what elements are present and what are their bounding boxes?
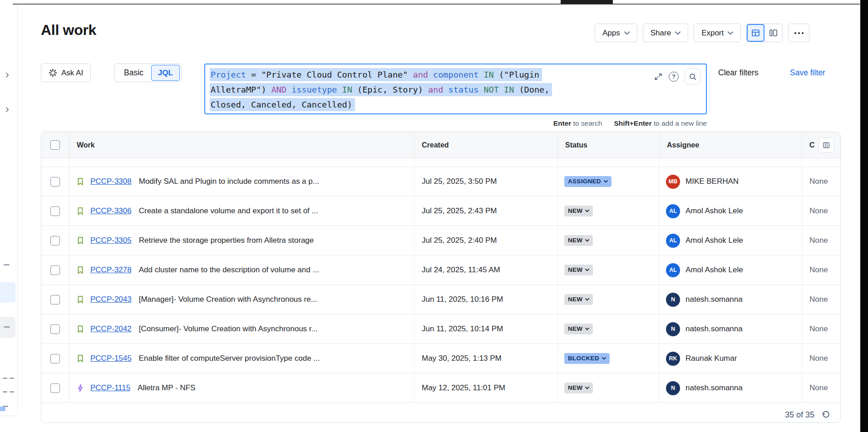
avatar: AL bbox=[666, 263, 680, 277]
table-row[interactable]: PCCP-3306 Create a standalone volume and… bbox=[41, 196, 840, 226]
status-label: NEW bbox=[568, 237, 582, 244]
status-label: NEW bbox=[568, 296, 582, 303]
issue-key-link[interactable]: PCCP-1115 bbox=[90, 383, 130, 393]
jql-query-input[interactable]: Project = "Private Cloud Control Plane" … bbox=[204, 64, 707, 114]
sidebar-item-stub[interactable] bbox=[3, 391, 7, 393]
help-icon[interactable] bbox=[669, 72, 679, 82]
row-checkbox[interactable] bbox=[50, 236, 60, 245]
sidebar-divider bbox=[0, 416, 17, 416]
chevron-down-icon bbox=[585, 387, 589, 389]
refresh-button[interactable] bbox=[821, 410, 830, 420]
issue-summary: [Manager]- Volume Creation with Asynchro… bbox=[139, 295, 317, 304]
table-row[interactable]: PCCP-1545 Enable filter of computeServer… bbox=[41, 344, 840, 373]
assignee-cell: MB MIKE BERHAN bbox=[660, 167, 802, 196]
issue-key-link[interactable]: PCCP-2043 bbox=[90, 295, 132, 304]
table-row[interactable]: PCCP-3278 Add cluster name to the descri… bbox=[41, 255, 840, 285]
chevron-right-icon[interactable] bbox=[6, 73, 9, 78]
page-toolbar: Apps Share Export bbox=[595, 24, 809, 42]
select-all-checkbox[interactable] bbox=[50, 140, 60, 150]
apps-button[interactable]: Apps bbox=[595, 24, 637, 42]
status-badge[interactable]: NEW bbox=[564, 235, 593, 246]
issue-summary: Create a standalone volume and export it… bbox=[139, 206, 318, 216]
created-cell: Jul 25, 2025, 3:50 PM bbox=[414, 167, 558, 196]
issue-summary: Retrieve the storage properties from All… bbox=[139, 236, 314, 245]
sidebar-item-stub[interactable] bbox=[10, 391, 14, 393]
table-row[interactable]: PCCP-3308 Modify SAL and Plugin to inclu… bbox=[41, 167, 840, 196]
sidebar-item-stub[interactable] bbox=[3, 378, 7, 379]
column-header-created[interactable]: Created bbox=[414, 132, 558, 158]
sidebar-item-stub[interactable] bbox=[4, 264, 10, 265]
category-value: None bbox=[809, 383, 828, 393]
columns-icon bbox=[822, 141, 830, 149]
assignee-name: natesh.somanna bbox=[686, 324, 743, 334]
row-checkbox[interactable] bbox=[50, 177, 60, 187]
assignee-cell: AL Amol Ashok Lele bbox=[660, 255, 802, 285]
ask-ai-button[interactable]: Ask AI bbox=[41, 64, 91, 82]
jql-mode-button[interactable]: JQL bbox=[151, 65, 180, 81]
row-count: 35 of 35 bbox=[785, 410, 814, 420]
status-badge[interactable]: NEW bbox=[564, 324, 593, 334]
category-value: None bbox=[809, 236, 828, 245]
row-checkbox[interactable] bbox=[50, 324, 60, 334]
table-row[interactable]: PCCP-1115 Alletra MP - NFS May 12, 2025,… bbox=[41, 373, 840, 403]
row-checkbox[interactable] bbox=[50, 265, 60, 275]
table-row[interactable]: PCCP-2043 [Manager]- Volume Creation wit… bbox=[41, 285, 840, 314]
status-cell: NEW bbox=[558, 285, 660, 314]
chevron-right-icon[interactable] bbox=[6, 107, 9, 112]
sidebar-item-stub[interactable] bbox=[10, 378, 14, 379]
work-cell: PCCP-1545 Enable filter of computeServer… bbox=[69, 344, 414, 373]
expand-icon[interactable] bbox=[654, 72, 663, 81]
status-badge[interactable]: NEW bbox=[564, 265, 593, 275]
row-checkbox-cell bbox=[41, 373, 69, 403]
row-checkbox[interactable] bbox=[50, 383, 60, 393]
configure-columns-button[interactable] bbox=[819, 137, 834, 153]
status-cell: ASSIGNED bbox=[558, 167, 660, 196]
issue-key-link[interactable]: PCCP-3305 bbox=[90, 236, 132, 245]
column-header-assignee[interactable]: Assignee bbox=[660, 132, 802, 158]
column-header-truncated-label[interactable]: C bbox=[809, 141, 815, 149]
status-badge[interactable]: NEW bbox=[564, 206, 593, 216]
issue-key-link[interactable]: PCCP-1545 bbox=[90, 354, 132, 363]
more-actions-button[interactable] bbox=[788, 24, 809, 42]
issue-key-link[interactable]: PCCP-2042 bbox=[90, 324, 132, 334]
split-view-button[interactable] bbox=[764, 24, 782, 42]
hint-enter-key: Enter bbox=[553, 119, 572, 127]
category-value: None bbox=[809, 177, 828, 186]
clear-filters-button[interactable]: Clear filters bbox=[718, 68, 759, 78]
table-row[interactable]: PCCP-3305 Retrieve the storage propertie… bbox=[41, 226, 840, 255]
sidebar-collapsed bbox=[0, 5, 18, 411]
issue-key-link[interactable]: PCCP-3308 bbox=[90, 177, 132, 186]
status-badge[interactable]: NEW bbox=[564, 294, 593, 305]
work-cell: PCCP-3308 Modify SAL and Plugin to inclu… bbox=[69, 167, 414, 196]
basic-mode-button[interactable]: Basic bbox=[116, 68, 151, 78]
sidebar-item-active[interactable] bbox=[0, 282, 15, 303]
column-header-work[interactable]: Work bbox=[69, 132, 414, 158]
issue-key-link[interactable]: PCCP-3278 bbox=[90, 265, 132, 275]
scrolled-row-sliver bbox=[41, 158, 840, 167]
save-filter-button[interactable]: Save filter bbox=[790, 68, 825, 78]
table-row[interactable]: PCCP-2042 [Consumer]- Volume Creation wi… bbox=[41, 314, 840, 344]
table-view-button[interactable] bbox=[747, 24, 764, 42]
avatar: MB bbox=[666, 175, 680, 189]
share-button[interactable]: Share bbox=[643, 24, 688, 42]
column-header-status[interactable]: Status bbox=[558, 132, 660, 158]
sidebar-item-hover[interactable] bbox=[0, 317, 15, 338]
assignee-cell: AL Amol Ashok Lele bbox=[660, 226, 802, 255]
issue-key-link[interactable]: PCCP-3306 bbox=[90, 206, 132, 216]
avatar: N bbox=[666, 381, 680, 395]
created-date: Jun 11, 2025, 10:14 PM bbox=[422, 324, 503, 334]
status-badge[interactable]: BLOCKED bbox=[564, 353, 610, 364]
run-search-button[interactable] bbox=[685, 69, 700, 84]
row-checkbox[interactable] bbox=[50, 354, 60, 363]
row-checkbox[interactable] bbox=[50, 295, 60, 304]
avatar: N bbox=[666, 293, 680, 307]
story-icon bbox=[76, 206, 85, 216]
export-button[interactable]: Export bbox=[694, 24, 741, 42]
chevron-down-icon bbox=[604, 180, 608, 183]
category-cell: None bbox=[802, 167, 840, 196]
work-cell: PCCP-2043 [Manager]- Volume Creation wit… bbox=[69, 285, 414, 314]
status-badge[interactable]: NEW bbox=[564, 383, 593, 393]
status-badge[interactable]: ASSIGNED bbox=[564, 176, 612, 187]
row-checkbox[interactable] bbox=[50, 206, 60, 216]
story-icon bbox=[76, 354, 85, 363]
